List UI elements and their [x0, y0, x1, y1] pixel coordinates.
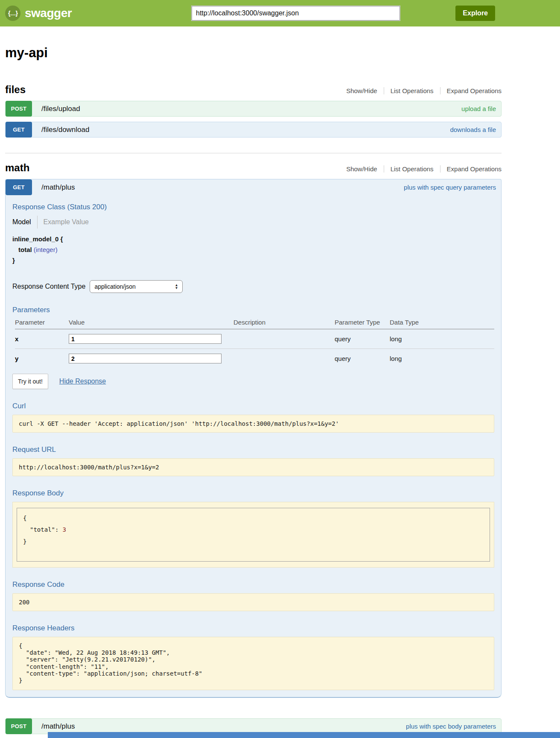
model-property-line: total (integer) [12, 244, 494, 255]
response-headers-value: { "date": "Wed, 22 Aug 2018 18:49:13 GMT… [12, 637, 494, 690]
response-body-block: { "total":3 } [12, 502, 494, 568]
section-divider [5, 153, 502, 153]
curl-heading: Curl [12, 402, 494, 410]
resource-title-files: files [5, 84, 26, 96]
request-url-value: http://localhost:3000/math/plus?x=1&y=2 [12, 458, 494, 476]
expand-operations-link[interactable]: Expand Operations [440, 165, 502, 173]
operation-row-get-math-plus[interactable]: GET /math/plus plus with spec query para… [6, 179, 501, 195]
parameters-heading: Parameters [12, 306, 494, 314]
json-total-line: "total":3 [23, 524, 484, 536]
operation-expanded-get-math-plus: GET /math/plus plus with spec query para… [5, 179, 502, 698]
try-it-out-button[interactable]: Try it out! [12, 374, 48, 389]
property-type: (integer) [34, 246, 58, 253]
parameter-description [233, 329, 335, 349]
parameter-description [233, 349, 335, 369]
parameter-y-input[interactable] [69, 354, 222, 363]
json-close-brace: } [23, 536, 484, 548]
parameter-x-input[interactable] [69, 334, 222, 344]
response-headers-heading: Response Headers [12, 624, 494, 633]
parameter-row-x: x query long [15, 329, 494, 349]
tab-example-value[interactable]: Example Value [44, 218, 89, 226]
method-badge-get: GET [6, 179, 32, 195]
response-code-value: 200 [12, 593, 494, 611]
column-header-parameter: Parameter [15, 315, 69, 329]
response-body-heading: Response Body [12, 489, 494, 498]
operation-path[interactable]: /math/plus [41, 722, 75, 731]
operation-summary[interactable]: upload a file [461, 105, 496, 112]
swagger-brand[interactable]: {…} swagger [5, 6, 72, 21]
parameter-type: query [335, 329, 390, 349]
request-url-heading: Request URL [12, 445, 494, 454]
resource-header-math: math Show/Hide List Operations Expand Op… [5, 162, 502, 174]
model-tabs: Model Example Value [12, 216, 494, 228]
bottom-blue-strip [48, 732, 560, 738]
main-content: my-api files Show/Hide List Operations E… [5, 45, 502, 738]
selected-content-type: application/json [94, 283, 136, 290]
json-open-brace: { [23, 512, 484, 524]
json-key: "total": [30, 526, 58, 533]
operation-row-post-files-upload[interactable]: POST /files/upload upload a file [5, 101, 502, 117]
json-value: 3 [62, 526, 66, 533]
response-class-heading: Response Class (Status 200) [12, 203, 494, 211]
model-signature: inline_model_0 { total (integer) } [12, 234, 494, 266]
column-header-value: Value [69, 315, 233, 329]
column-header-description: Description [233, 315, 335, 329]
top-nav-bar: {…} swagger Explore [0, 0, 560, 26]
show-hide-link[interactable]: Show/Hide [346, 165, 377, 173]
model-open-line: inline_model_0 { [12, 234, 494, 244]
list-operations-link[interactable]: List Operations [384, 87, 434, 94]
list-operations-link[interactable]: List Operations [384, 165, 434, 173]
select-arrows-icon: ▲▼ [175, 284, 178, 290]
tab-model[interactable]: Model [12, 218, 31, 226]
property-name: total [18, 246, 32, 253]
response-content-type-label: Response Content Type [12, 283, 85, 290]
page-title: my-api [5, 45, 502, 61]
spec-url-input[interactable] [192, 6, 400, 20]
resource-controls-math: Show/Hide List Operations Expand Operati… [346, 165, 502, 173]
explore-button[interactable]: Explore [455, 6, 495, 21]
operation-summary[interactable]: downloads a file [450, 126, 496, 133]
response-code-heading: Response Code [12, 580, 494, 589]
response-content-type-row: Response Content Type application/json ▲… [12, 280, 494, 293]
model-close-line: } [12, 255, 494, 266]
response-body-json: { "total":3 } [17, 508, 490, 562]
curl-command: curl -X GET --header 'Accept: applicatio… [12, 415, 494, 433]
operation-detail-panel: Response Class (Status 200) Model Exampl… [6, 195, 501, 697]
swagger-logo-icon: {…} [5, 6, 20, 21]
parameter-name: x [15, 329, 69, 349]
operation-row-get-files-download[interactable]: GET /files/download downloads a file [5, 122, 502, 138]
parameters-table: Parameter Value Description Parameter Ty… [15, 315, 494, 368]
parameter-name: y [15, 349, 69, 369]
operation-summary[interactable]: plus with spec query parameters [404, 184, 496, 191]
parameter-row-y: y query long [15, 349, 494, 369]
operation-summary[interactable]: plus with spec body parameters [406, 723, 496, 730]
hide-response-link[interactable]: Hide Response [59, 378, 106, 385]
swagger-ui-page: { "header": { "logo_glyph": "{…}", "bran… [0, 0, 560, 738]
column-header-data-type: Data Type [390, 315, 494, 329]
parameter-type: query [335, 349, 390, 369]
show-hide-link[interactable]: Show/Hide [346, 87, 377, 94]
operation-path[interactable]: /files/download [41, 126, 89, 134]
parameter-data-type: long [390, 349, 494, 369]
operation-path[interactable]: /math/plus [41, 183, 75, 192]
method-badge-post: POST [6, 101, 32, 117]
brand-name: swagger [25, 6, 72, 20]
resource-header-files: files Show/Hide List Operations Expand O… [5, 84, 502, 96]
try-it-out-row: Try it out! Hide Response [12, 374, 494, 389]
parameter-data-type: long [390, 329, 494, 349]
parameters-header-row: Parameter Value Description Parameter Ty… [15, 315, 494, 329]
method-badge-post: POST [6, 718, 32, 734]
response-content-type-select[interactable]: application/json ▲▼ [90, 280, 183, 293]
braces-glyph: {…} [8, 10, 18, 17]
operation-path[interactable]: /files/upload [41, 105, 80, 113]
method-badge-get: GET [6, 122, 32, 138]
resource-controls-files: Show/Hide List Operations Expand Operati… [346, 87, 502, 94]
column-header-parameter-type: Parameter Type [335, 315, 390, 329]
expand-operations-link[interactable]: Expand Operations [440, 87, 502, 94]
tab-separator [37, 216, 38, 228]
resource-title-math: math [5, 162, 29, 174]
